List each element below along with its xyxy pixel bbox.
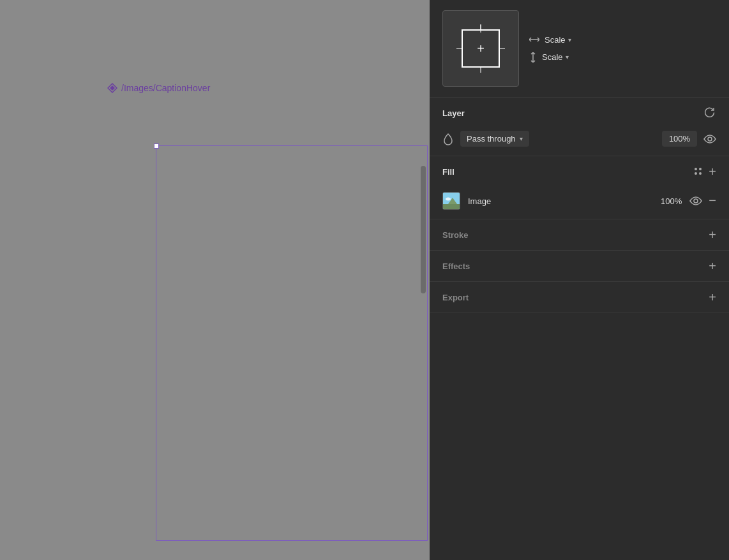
fill-row: Image 100% − — [430, 187, 729, 219]
width-icon — [529, 36, 539, 43]
height-icon-label — [529, 52, 537, 63]
fill-header: Fill + — [430, 156, 729, 187]
canvas-area: /Images/CaptionHover — [0, 0, 430, 560]
effects-title: Effects — [442, 262, 470, 271]
export-section: Export + — [430, 282, 729, 313]
fill-remove-button[interactable]: − — [709, 194, 716, 207]
fill-thumbnail-image — [443, 193, 460, 210]
fill-grid-icon[interactable] — [695, 168, 702, 175]
stroke-section: Stroke + — [430, 219, 729, 251]
svg-point-6 — [446, 198, 451, 201]
stroke-header[interactable]: Stroke + — [430, 219, 729, 250]
blend-mode-dropdown[interactable]: Pass through ▾ — [460, 131, 529, 147]
height-scale-label: Scale — [542, 52, 563, 62]
export-title: Export — [442, 293, 469, 302]
width-row: Scale ▾ — [529, 35, 716, 45]
component-label-text: /Images/CaptionHover — [121, 83, 210, 93]
layer-header: Layer — [430, 98, 729, 126]
layer-opacity[interactable]: 100% — [662, 131, 697, 147]
export-add-button[interactable]: + — [709, 291, 716, 304]
crosshair-left — [456, 48, 463, 49]
width-icon-label — [529, 36, 539, 43]
height-scale-dropdown[interactable]: Scale ▾ — [542, 52, 569, 62]
crosshair-center: + — [477, 42, 485, 55]
height-scale-chevron: ▾ — [566, 54, 569, 61]
layer-title: Layer — [442, 108, 465, 118]
fill-image-thumbnail[interactable] — [442, 192, 460, 210]
crosshair-right — [499, 48, 505, 49]
width-scale-dropdown[interactable]: Scale ▾ — [545, 35, 571, 45]
width-scale-label: Scale — [545, 35, 566, 45]
width-scale-chevron: ▾ — [568, 36, 571, 43]
effects-section: Effects + — [430, 251, 729, 282]
right-panel: + Scale ▾ — [430, 0, 729, 560]
height-icon — [529, 52, 537, 63]
component-icon — [107, 83, 117, 93]
transform-controls: Scale ▾ Scale ▾ — [529, 35, 716, 63]
transform-box[interactable]: + — [442, 10, 519, 87]
selection-box — [156, 145, 428, 541]
fill-section: Fill + — [430, 156, 729, 219]
svg-rect-4 — [443, 204, 460, 210]
effects-add-button[interactable]: + — [709, 260, 716, 272]
fill-visibility-icon[interactable] — [689, 196, 702, 205]
crosshair-top — [481, 24, 481, 31]
stroke-add-button[interactable]: + — [709, 228, 716, 241]
crosshair-bottom — [481, 66, 481, 73]
export-header[interactable]: Export + — [430, 282, 729, 313]
fill-opacity[interactable]: 100% — [661, 196, 682, 206]
blend-mode-icon — [442, 133, 454, 145]
fill-header-actions: + — [695, 165, 716, 178]
canvas-scrollbar-thumb[interactable] — [421, 166, 426, 293]
height-row: Scale ▾ — [529, 52, 716, 63]
fill-add-button[interactable]: + — [709, 165, 716, 178]
component-label[interactable]: /Images/CaptionHover — [107, 83, 210, 93]
stroke-title: Stroke — [442, 230, 468, 240]
layer-actions — [703, 107, 716, 119]
layer-blend-row: Pass through ▾ 100% — [430, 126, 729, 156]
layer-visibility-icon[interactable] — [703, 135, 716, 144]
svg-point-7 — [694, 199, 698, 203]
layer-left: Pass through ▾ — [442, 131, 529, 147]
transform-section: + Scale ▾ — [430, 0, 729, 98]
transform-box-inner: + — [462, 29, 500, 68]
effects-header[interactable]: Effects + — [430, 251, 729, 281]
layer-section: Layer Pass through ▾ 1 — [430, 98, 729, 156]
fill-type-label: Image — [468, 196, 653, 206]
selection-handle-tl[interactable] — [154, 144, 159, 149]
svg-point-2 — [708, 137, 712, 141]
fill-title: Fill — [442, 167, 455, 177]
fill-actions: − — [689, 195, 716, 207]
blend-mode-label: Pass through — [467, 134, 516, 144]
layer-reset-icon[interactable] — [703, 107, 716, 119]
blend-mode-chevron: ▾ — [520, 135, 523, 142]
canvas-scrollbar[interactable] — [419, 140, 427, 446]
